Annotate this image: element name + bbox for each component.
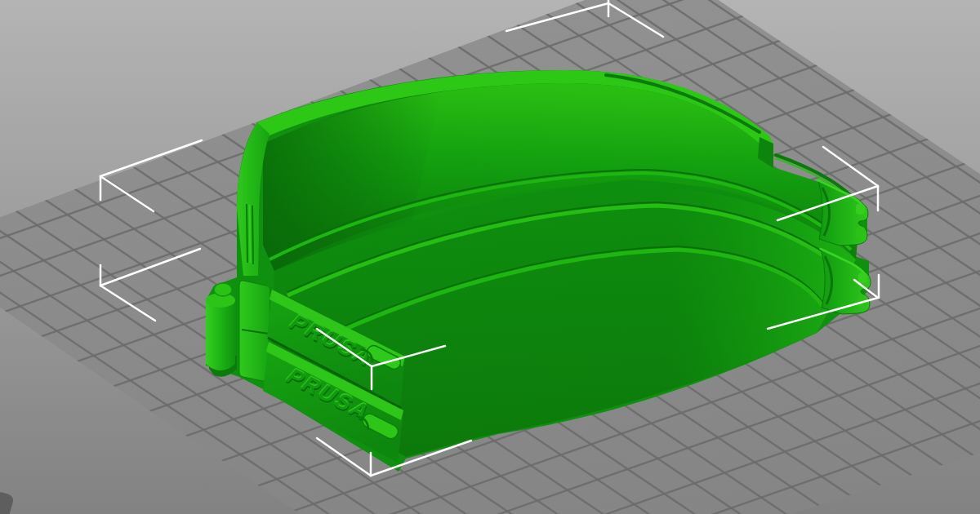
peg-cylinder [206, 300, 235, 370]
slicer-3d-viewport[interactable]: PRUSA PRUSA PRUSA PRUSA PRUSA PRUSA [0, 0, 980, 514]
left-wall-groove-right [252, 206, 253, 264]
peg-knob [214, 283, 232, 296]
left-wall-groove-left [247, 204, 247, 263]
left-wall-groove-light [250, 205, 251, 263]
